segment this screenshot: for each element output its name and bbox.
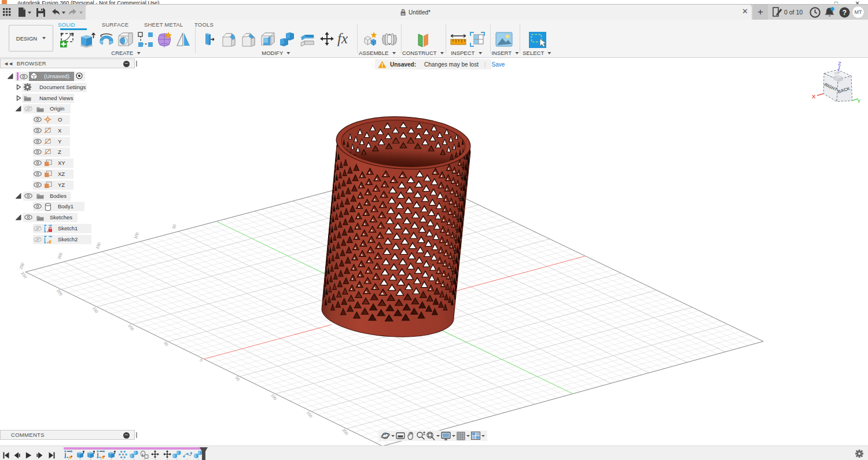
svg-text:150: 150 — [95, 242, 101, 249]
svg-text:50: 50 — [171, 224, 176, 230]
svg-text:250: 250 — [19, 262, 25, 270]
svg-text:200: 200 — [57, 252, 63, 259]
svg-text:?: ? — [843, 9, 847, 17]
svg-text:X: X — [812, 93, 816, 100]
svg-text:Z: Z — [838, 60, 841, 67]
svg-text:0: 0 — [199, 358, 204, 362]
svg-text:Y: Y — [857, 98, 861, 104]
svg-text:100: 100 — [133, 231, 139, 239]
